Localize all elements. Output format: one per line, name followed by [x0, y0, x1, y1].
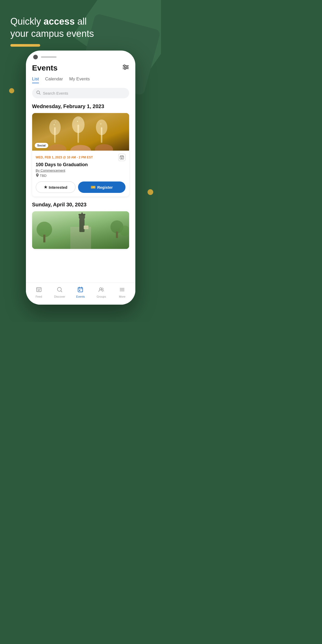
- app-content: Events List Calendar My Events: [26, 59, 135, 288]
- add-to-calendar-icon[interactable]: [118, 154, 125, 161]
- filter-icon[interactable]: [122, 64, 129, 72]
- svg-point-5: [124, 68, 126, 69]
- event-title: 100 Days to Graduation: [36, 162, 125, 167]
- feed-label: Feed: [36, 295, 42, 298]
- star-icon: ★: [44, 185, 47, 190]
- interested-label: Interested: [49, 185, 67, 190]
- phone-camera: [33, 55, 38, 59]
- event-card-1: Social WED, FEB 1, 2023 @ 10 AM - 2 PM E…: [32, 113, 129, 197]
- tab-my-events[interactable]: My Events: [69, 76, 90, 83]
- event-date-row: WED, FEB 1, 2023 @ 10 AM - 2 PM EST: [36, 154, 125, 161]
- svg-point-22: [100, 123, 101, 124]
- event-location: TBD: [36, 173, 125, 178]
- hero-underline: [10, 44, 40, 47]
- event-image-1: Social: [32, 113, 129, 151]
- event-details-1: WED, FEB 1, 2023 @ 10 AM - 2 PM EST 100 …: [32, 151, 129, 197]
- search-bar[interactable]: Search Events: [32, 88, 129, 98]
- accent-dot-left: [9, 88, 14, 93]
- location-pin-icon: [36, 173, 39, 178]
- bottom-nav: Feed Discover Events: [26, 283, 135, 305]
- accent-dot-right: [148, 189, 153, 195]
- svg-point-4: [126, 66, 128, 68]
- svg-point-19: [55, 122, 56, 123]
- nav-feed[interactable]: Feed: [31, 287, 47, 298]
- phone-top-bar: [26, 51, 135, 59]
- tab-calendar[interactable]: Calendar: [45, 76, 63, 83]
- phone-speaker: [41, 56, 57, 58]
- date-heading-1: Wednesday, February 1, 2023: [32, 103, 129, 109]
- svg-point-18: [54, 124, 55, 125]
- nav-events[interactable]: Events: [73, 287, 88, 298]
- svg-point-29: [37, 174, 38, 175]
- search-placeholder: Search Events: [43, 91, 68, 95]
- tabs-container: List Calendar My Events: [32, 76, 129, 83]
- svg-line-48: [61, 291, 62, 292]
- register-icon: 🎫: [91, 185, 96, 190]
- event-organizer: By Commencement: [36, 169, 125, 172]
- groups-icon: [99, 287, 104, 294]
- page-title: Events: [32, 64, 58, 72]
- more-label: More: [119, 295, 125, 298]
- hero-title: Quickly access allyour campus events: [10, 16, 151, 40]
- discover-label: Discover: [54, 295, 65, 298]
- svg-rect-53: [79, 290, 80, 291]
- event-datetime: WED, FEB 1, 2023 @ 10 AM - 2 PM EST: [36, 156, 93, 159]
- event-actions: ★ Interested 🎫 Register: [36, 181, 125, 193]
- svg-point-54: [100, 288, 102, 290]
- phone-mockup: Events List Calendar My Events: [26, 51, 135, 305]
- nav-more[interactable]: More: [114, 287, 130, 298]
- organizer-link[interactable]: Commencement: [40, 169, 65, 172]
- tab-list[interactable]: List: [32, 76, 39, 83]
- svg-point-16: [72, 116, 85, 133]
- groups-label: Groups: [97, 295, 106, 298]
- organizer-prefix: By: [36, 169, 41, 172]
- interested-button[interactable]: ★ Interested: [36, 181, 76, 193]
- svg-point-17: [96, 120, 107, 135]
- register-label: Register: [97, 185, 113, 190]
- hero-section: Quickly access allyour campus events: [0, 0, 161, 52]
- nav-groups[interactable]: Groups: [94, 287, 109, 298]
- nav-discover[interactable]: Discover: [52, 287, 67, 298]
- events-icon: [78, 287, 83, 294]
- events-label: Events: [76, 295, 85, 298]
- event-card-2: [32, 211, 129, 249]
- discover-icon: [57, 287, 62, 294]
- register-button[interactable]: 🎫 Register: [78, 181, 125, 193]
- search-icon: [36, 90, 40, 96]
- location-text: TBD: [40, 174, 47, 178]
- feed-icon: [36, 287, 42, 294]
- grad-image-overlay: [32, 211, 129, 249]
- svg-point-21: [79, 118, 79, 119]
- event-image-2: [32, 211, 129, 249]
- date-heading-2: Sunday, April 30, 2023: [32, 202, 129, 208]
- more-icon: [119, 287, 125, 294]
- svg-rect-49: [78, 288, 83, 292]
- svg-rect-43: [37, 288, 41, 292]
- svg-line-7: [39, 93, 40, 94]
- svg-point-15: [49, 120, 61, 135]
- category-badge: Social: [35, 143, 48, 148]
- svg-point-3: [124, 65, 125, 66]
- svg-point-20: [77, 121, 78, 122]
- app-header: Events: [32, 64, 129, 72]
